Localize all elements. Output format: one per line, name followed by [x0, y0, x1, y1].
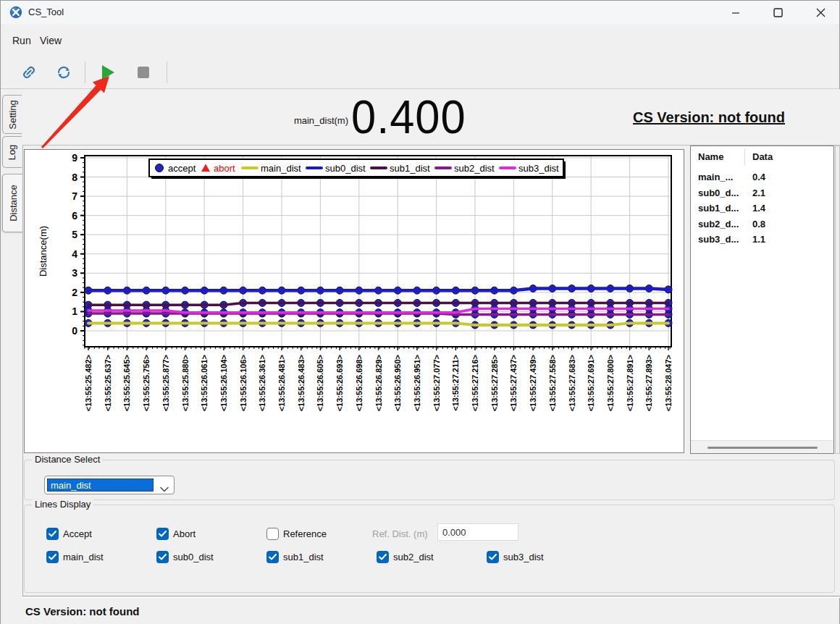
y-axis-label: Distance(m) [38, 226, 49, 277]
unchecked-checkbox-icon [266, 528, 279, 540]
x-tick-label: <13:55:26.829> [374, 355, 383, 411]
checkbox-sub2-dist[interactable]: sub2_dist [377, 551, 434, 563]
statusbar: CS Version: not found [1, 599, 839, 624]
table-hscrollbar-thumb[interactable] [707, 447, 818, 449]
checkbox-sub0-dist[interactable]: sub0_dist [156, 551, 214, 563]
checkbox-label: sub3_dist [503, 552, 544, 562]
row-data: 1.4 [752, 203, 765, 214]
column-divider [744, 149, 745, 165]
x-tick-label: <13:55:26.106> [239, 355, 248, 411]
table-row[interactable]: sub0_d...2.1 [691, 185, 833, 201]
data-table-rows: main_...0.4sub0_d...2.1sub1_d...1.4sub2_… [691, 169, 833, 248]
x-tick-label: <13:55:25.645> [122, 355, 131, 411]
x-tick-label: <13:55:27.893> [644, 355, 653, 411]
checkbox-label: sub2_dist [393, 552, 434, 562]
x-tick-label: <13:55:27.077> [432, 355, 441, 411]
table-row[interactable]: sub1_d...1.4 [691, 201, 833, 216]
x-tick-label: <13:55:27.683> [568, 355, 576, 411]
tab-distance[interactable]: Distance [2, 174, 23, 232]
checkbox-abort[interactable]: Abort [156, 528, 196, 540]
ref-dist-input[interactable] [437, 523, 518, 541]
metric-value: 0.400 [351, 90, 466, 144]
panel-bottom-divider [22, 596, 840, 598]
table-row[interactable]: main_...0.4 [691, 169, 833, 185]
tab-log[interactable]: Log [2, 136, 22, 168]
x-tick-label: <13:55:26.950> [393, 355, 402, 411]
chart-legend: acceptabortmain_distsub0_distsub1_distsu… [149, 159, 566, 179]
row-name: sub3_d... [698, 234, 739, 245]
ref-dist-label: Ref. Dist. (m) [372, 528, 428, 539]
x-tick-label: <13:55:26.698> [355, 355, 364, 411]
column-header-name[interactable]: Name [698, 151, 723, 162]
svg-text:0: 0 [72, 325, 77, 337]
row-data: 0.8 [752, 219, 765, 229]
x-tick-label: <13:55:26.951> [413, 355, 421, 411]
toolbar-separator [167, 62, 167, 83]
sync-icon [55, 64, 72, 81]
svg-text:3: 3 [72, 267, 77, 279]
x-tick-label: <13:55:27.800> [606, 355, 615, 411]
checkbox-sub1-dist[interactable]: sub1_dist [266, 551, 324, 563]
window-title: CS_Tool [28, 7, 64, 17]
x-tick-label: <13:55:27.558> [548, 355, 557, 411]
row-name: sub0_d... [698, 187, 739, 198]
legend-label: abort [214, 163, 235, 174]
checkbox-main-dist[interactable]: main_dist [46, 551, 104, 563]
svg-text:8: 8 [72, 172, 77, 183]
lines-display-label: Lines Display [32, 499, 93, 510]
row-data: 0.4 [752, 172, 765, 182]
menubar: Run View [1, 27, 839, 56]
minimize-button[interactable] [719, 1, 752, 25]
tab-setting[interactable]: Setting [2, 95, 22, 134]
checkbox-label: Reference [283, 528, 327, 539]
checked-checkbox-icon [46, 528, 59, 540]
table-row[interactable]: sub2_d...0.8 [691, 216, 833, 232]
checkbox-label: sub1_dist [283, 552, 324, 562]
reconnect-button[interactable] [53, 62, 75, 83]
run-button[interactable] [98, 62, 119, 83]
distance-select-combobox[interactable]: main_dist [44, 476, 175, 494]
legend-label: main_dist [261, 163, 301, 174]
svg-text:9: 9 [72, 152, 77, 164]
checked-checkbox-icon [377, 551, 389, 563]
app-icon [9, 6, 22, 19]
distance-select-label: Distance Select [32, 454, 103, 465]
minimize-icon [731, 9, 740, 17]
x-tick-label: <13:55:27.211> [451, 355, 460, 411]
close-button[interactable] [804, 1, 837, 25]
cs-version-link[interactable]: CS Version: not found [625, 109, 793, 126]
row-name: sub1_d... [698, 203, 739, 214]
legend-label: sub1_dist [390, 163, 430, 174]
x-tick-label: <13:55:26.104> [219, 355, 228, 411]
combobox-selected-value: main_dist [47, 478, 154, 492]
checked-checkbox-icon [266, 551, 279, 563]
distance-chart: 0123456789Distance(m)<13:55:25.482><13:5… [24, 149, 684, 453]
row-data: 2.1 [752, 187, 765, 198]
maximize-button[interactable] [761, 1, 794, 25]
svg-text:1: 1 [72, 305, 77, 317]
checkbox-label: sub0_dist [173, 552, 214, 562]
statusbar-text: CS Version: not found [25, 605, 140, 617]
checked-checkbox-icon [156, 528, 169, 540]
column-header-data[interactable]: Data [752, 151, 773, 162]
checkbox-label: Abort [173, 528, 196, 539]
titlebar[interactable]: CS_Tool [1, 1, 839, 24]
checkbox-label: Accept [63, 528, 92, 539]
checkbox-sub3-dist[interactable]: sub3_dist [487, 551, 544, 563]
table-hscrollbar[interactable] [691, 440, 833, 453]
connect-button[interactable] [18, 62, 40, 83]
checkbox-reference[interactable]: Reference [266, 528, 327, 540]
x-tick-label: <13:55:28.047> [664, 355, 673, 411]
chart-svg: 0123456789Distance(m)<13:55:25.482><13:5… [25, 150, 684, 452]
legend-label: sub3_dist [518, 163, 559, 174]
x-tick-label: <13:55:25.880> [181, 355, 190, 411]
x-tick-label: <13:55:26.693> [335, 355, 344, 411]
x-tick-label: <13:55:27.285> [490, 355, 499, 411]
stop-button[interactable] [133, 62, 154, 83]
menu-run[interactable]: Run [9, 33, 34, 48]
menu-view[interactable]: View [37, 33, 64, 48]
table-row[interactable]: sub3_d...1.1 [691, 232, 833, 248]
x-tick-label: <13:55:25.637> [104, 355, 112, 411]
checkbox-accept[interactable]: Accept [46, 528, 92, 540]
metric-label: main_dist(m) [289, 115, 348, 126]
